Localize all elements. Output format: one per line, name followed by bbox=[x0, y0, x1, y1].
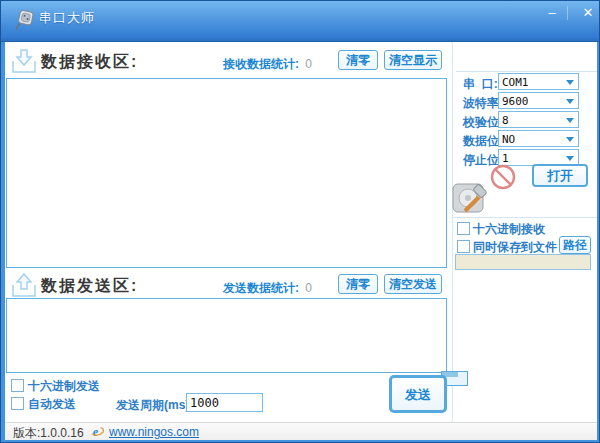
app-icon bbox=[14, 8, 36, 32]
com-port-value: COM1 bbox=[502, 76, 529, 89]
parity-select[interactable]: 8 bbox=[498, 111, 579, 128]
data-bits-select[interactable]: NO bbox=[498, 130, 579, 147]
browser-icon: e bbox=[91, 425, 105, 439]
titlebar-divider bbox=[567, 6, 568, 20]
version-text: 版本:1.0.0.16 bbox=[13, 425, 84, 442]
save-to-file-checkbox[interactable] bbox=[457, 240, 470, 253]
receive-textarea[interactable] bbox=[6, 78, 447, 268]
dropdown-arrow-icon bbox=[566, 118, 574, 127]
receive-stats: 接收数据统计: 0 bbox=[223, 56, 312, 73]
auto-send-label[interactable]: 自动发送 bbox=[28, 396, 76, 413]
receive-stats-label: 接收数据统计: bbox=[223, 57, 299, 71]
send-stats: 发送数据统计: 0 bbox=[223, 280, 312, 297]
receive-clear-button[interactable]: 清零 bbox=[338, 50, 378, 70]
receive-stats-value: 0 bbox=[302, 57, 312, 71]
port-closed-prohibit-icon bbox=[488, 162, 518, 192]
data-bits-value: NO bbox=[502, 133, 515, 146]
baud-rate-value: 9600 bbox=[502, 95, 529, 108]
settings-separator-top bbox=[456, 71, 597, 72]
hex-send-checkbox[interactable] bbox=[11, 379, 24, 392]
receive-clear-display-button[interactable]: 清空显示 bbox=[384, 50, 442, 70]
baud-rate-select[interactable]: 9600 bbox=[498, 92, 579, 109]
status-bar: 版本:1.0.0.16 e www.ningos.com bbox=[5, 422, 597, 440]
com-port-select[interactable]: COM1 bbox=[498, 73, 579, 90]
panel-divider bbox=[452, 42, 453, 422]
website-link[interactable]: www.ningos.com bbox=[109, 425, 199, 439]
send-period-label: 发送周期(ms): bbox=[116, 397, 193, 414]
disk-tool-icon bbox=[452, 182, 490, 216]
open-port-button[interactable]: 打开 bbox=[532, 164, 588, 187]
send-stats-value: 0 bbox=[302, 281, 312, 295]
title-bar[interactable]: 串口大师 – ✕ bbox=[1, 1, 599, 42]
send-period-input[interactable] bbox=[186, 393, 263, 412]
com-port-label: 串 口: bbox=[463, 76, 498, 93]
save-path-input[interactable] bbox=[455, 254, 591, 270]
send-clear-button[interactable]: 清零 bbox=[338, 274, 378, 294]
path-button[interactable]: 路径 bbox=[559, 236, 591, 254]
window-title: 串口大师 bbox=[39, 9, 95, 27]
data-bits-label: 数据位: bbox=[463, 133, 503, 150]
send-area-title: 数据发送区: bbox=[41, 276, 138, 297]
send-textarea[interactable] bbox=[6, 298, 447, 373]
dropdown-arrow-icon bbox=[566, 137, 574, 146]
hex-receive-label[interactable]: 十六进制接收 bbox=[473, 221, 545, 238]
settings-separator-bottom bbox=[453, 217, 597, 218]
hex-receive-checkbox[interactable] bbox=[457, 222, 470, 235]
minimize-button[interactable]: – bbox=[539, 4, 565, 22]
send-button[interactable]: 发送 bbox=[389, 375, 447, 413]
receive-area-title: 数据接收区: bbox=[41, 52, 138, 73]
send-clear-send-button[interactable]: 清空发送 bbox=[384, 274, 442, 294]
auto-send-checkbox[interactable] bbox=[11, 397, 24, 410]
send-arrow-icon bbox=[11, 272, 37, 298]
dropdown-arrow-icon bbox=[566, 80, 574, 89]
close-button[interactable]: ✕ bbox=[575, 4, 600, 22]
receive-arrow-icon bbox=[11, 48, 37, 74]
svg-text:e: e bbox=[93, 425, 99, 439]
app-window: 串口大师 – ✕ 数据接收区: 接收数据统计: 0 清零 清空显示 数据发送区:… bbox=[0, 0, 600, 443]
send-stats-label: 发送数据统计: bbox=[223, 281, 299, 295]
main-content: 数据接收区: 接收数据统计: 0 清零 清空显示 数据发送区: 发送数据统计: … bbox=[5, 42, 597, 422]
dropdown-arrow-icon bbox=[566, 99, 574, 108]
parity-value: 8 bbox=[502, 114, 509, 127]
parity-label: 校验位: bbox=[463, 114, 503, 131]
hex-send-label[interactable]: 十六进制发送 bbox=[28, 378, 100, 395]
baud-rate-label: 波特率: bbox=[463, 95, 503, 112]
